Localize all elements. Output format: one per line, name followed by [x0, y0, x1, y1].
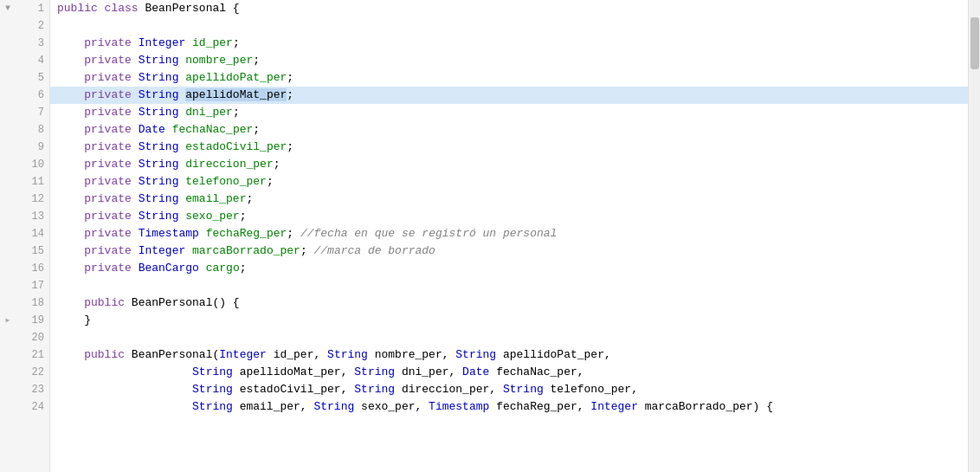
type-name: String	[192, 383, 233, 396]
type-name: Date	[139, 123, 165, 136]
editor-container: ▼ ▶ 123456789101112131415161718192021222…	[0, 0, 980, 472]
code-line-17[interactable]	[50, 277, 968, 294]
type-name: String	[192, 400, 233, 413]
code-line-8[interactable]: private Date fechaNac_per;	[50, 121, 968, 139]
type-name: Timestamp	[429, 400, 489, 413]
keyword: private	[84, 140, 132, 153]
line-number-24: 24	[16, 398, 49, 416]
line-number-20: 20	[16, 329, 49, 346]
code-line-2[interactable]	[50, 17, 968, 35]
line-number-2: 2	[16, 17, 49, 35]
type-name: String	[139, 158, 179, 171]
code-line-11[interactable]: private String telefono_per;	[50, 173, 968, 191]
field-name: cargo	[206, 262, 240, 275]
line-number-8: 8	[16, 121, 49, 139]
keyword: private	[84, 88, 132, 101]
line-number-18: 18	[16, 294, 49, 312]
field-name: marcaBorrado_per	[192, 244, 300, 257]
field-name: id_per	[192, 36, 233, 49]
field-name: apellidoPat_per	[185, 71, 287, 84]
type-name: Integer	[590, 400, 638, 413]
type-name: String	[327, 348, 368, 361]
type-name: Timestamp	[139, 227, 199, 240]
code-area[interactable]: public class BeanPersonal { private Inte…	[50, 0, 968, 472]
field-name-highlighted: apellidoMat_per	[185, 88, 287, 101]
code-line-21[interactable]: public BeanPersonal(Integer id_per, Stri…	[50, 346, 968, 364]
code-line-10[interactable]: private String direccion_per;	[50, 156, 968, 173]
type-name: BeanCargo	[139, 262, 199, 275]
type-name: String	[139, 140, 179, 153]
type-name: String	[139, 192, 179, 205]
field-name: nombre_per	[185, 54, 253, 67]
code-line-1[interactable]: public class BeanPersonal {	[50, 0, 968, 17]
field-name: estadoCivil_per	[185, 140, 287, 153]
keyword: private	[84, 158, 132, 171]
code-line-14[interactable]: private Timestamp fechaReg_per; //fecha …	[50, 225, 968, 242]
line-number-22: 22	[16, 364, 49, 381]
keyword: private	[84, 106, 132, 119]
line-number-5: 5	[16, 69, 49, 87]
type-name: String	[139, 175, 179, 188]
line-number-1: 1	[16, 0, 49, 17]
comment: //fecha en que se registró un personal	[300, 227, 557, 240]
code-line-18[interactable]: public BeanPersonal() {	[50, 294, 968, 312]
keyword: private	[84, 123, 132, 136]
line-number-6: 6	[16, 87, 49, 104]
type-name: Integer	[139, 36, 186, 49]
scrollbar-thumb[interactable]	[970, 17, 979, 69]
fold-marker-2[interactable]: ▶	[0, 312, 16, 329]
type-name: String	[139, 54, 179, 67]
keyword: private	[84, 210, 132, 223]
code-line-16[interactable]: private BeanCargo cargo;	[50, 260, 968, 277]
type-name: String	[455, 348, 496, 361]
line-number-9: 9	[16, 139, 49, 156]
type-name: String	[503, 383, 544, 396]
code-line-3[interactable]: private Integer id_per;	[50, 35, 968, 52]
type-name: String	[139, 106, 179, 119]
field-name: fechaNac_per	[172, 123, 254, 136]
code-line-24[interactable]: String email_per, String sexo_per, Times…	[50, 398, 968, 416]
code-line-20[interactable]	[50, 329, 968, 346]
type-name: String	[313, 400, 354, 413]
type-name: String	[354, 365, 395, 378]
code-line-5[interactable]: private String apellidoPat_per;	[50, 69, 968, 87]
type-name: String	[354, 383, 395, 396]
field-name: direccion_per	[185, 158, 273, 171]
keyword: class	[98, 2, 139, 15]
type-name: String	[139, 71, 179, 84]
keyword: public	[84, 348, 125, 361]
code-line-13[interactable]: private String sexo_per;	[50, 208, 968, 225]
line-number-21: 21	[16, 346, 49, 364]
code-line-6[interactable]: private String apellidoMat_per;	[50, 87, 968, 104]
keyword: private	[84, 192, 132, 205]
code-line-12[interactable]: private String email_per;	[50, 191, 968, 208]
comment: //marca de borrado	[314, 244, 435, 257]
line-number-11: 11	[16, 173, 49, 191]
keyword: private	[84, 71, 132, 84]
line-number-7: 7	[16, 104, 49, 121]
type-name: Date	[462, 365, 489, 378]
keyword: public	[57, 2, 98, 15]
code-line-9[interactable]: private String estadoCivil_per;	[50, 139, 968, 156]
type-name: String	[192, 365, 233, 378]
line-number-3: 3	[16, 35, 49, 52]
keyword: private	[84, 262, 132, 275]
code-line-19[interactable]: }	[50, 312, 968, 329]
field-name: dni_per	[185, 106, 233, 119]
keyword: private	[84, 36, 132, 49]
code-line-22[interactable]: String apellidoMat_per, String dni_per, …	[50, 364, 968, 381]
line-number-4: 4	[16, 52, 49, 69]
type-name: Integer	[219, 348, 267, 361]
keyword: private	[84, 227, 132, 240]
keyword: private	[84, 244, 132, 257]
code-line-23[interactable]: String estadoCivil_per, String direccion…	[50, 381, 968, 398]
field-name: sexo_per	[185, 210, 239, 223]
code-line-4[interactable]: private String nombre_per;	[50, 52, 968, 69]
code-line-7[interactable]: private String dni_per;	[50, 104, 968, 121]
line-number-16: 16	[16, 260, 49, 277]
line-number-12: 12	[16, 191, 49, 208]
code-line-15[interactable]: private Integer marcaBorrado_per; //marc…	[50, 242, 968, 260]
scrollbar[interactable]	[968, 0, 980, 472]
fold-marker-1[interactable]: ▼	[0, 0, 16, 17]
line-number-14: 14	[16, 225, 49, 242]
